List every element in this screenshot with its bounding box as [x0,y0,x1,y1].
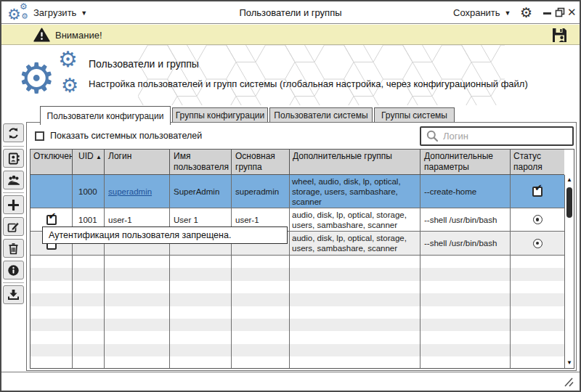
search-input[interactable] [443,131,572,142]
address-book-icon [8,152,20,165]
edit-user-button[interactable] [3,217,24,236]
save-label: Сохранить [453,7,500,18]
tab-config-users[interactable]: Пользователи конфигурации [40,106,171,125]
scroll-up-button[interactable]: ▲ [565,175,574,185]
chevron-down-icon: ▼ [505,9,511,17]
password-status-checkbox-checked[interactable]: ✔ [532,187,543,197]
title-bar: ⚙ ⚙ ⚙ Загрузить ▼ Пользователи и группы … [1,1,580,24]
show-system-users-checkbox[interactable] [35,131,44,141]
extra-groups-cell: wheel, audio, disk, lp, optical, storage… [290,175,420,208]
uid-cell: 1000 [73,175,105,208]
info-icon [7,264,20,277]
search-icon [426,130,439,142]
maximize-button[interactable] [555,7,565,17]
column-header-extra-groups[interactable]: Дополнительные группы [290,150,420,174]
minimize-button[interactable] [543,12,551,15]
close-button[interactable]: ✕ [567,6,577,19]
table-header-row: Отключен UID ▲ Логин Имя пользователя Ос… [31,150,564,175]
login-cell: superadmin [105,175,170,208]
user-groups-icon [7,174,20,186]
add-user-button[interactable] [3,195,24,214]
toolbar-separator [3,192,24,193]
username-cell: SuperAdmin [170,175,232,208]
table-row-superadmin[interactable]: 1000 superadmin SuperAdmin superadmin wh… [31,175,564,208]
extra-groups-cell: audio, disk, lp, optical, storage, users… [290,208,420,231]
extra-params-cell: --shell /usr/bin/bash [420,232,511,255]
column-header-password-status[interactable]: Статус пароля [511,150,564,174]
warning-bar: Внимание! [1,25,580,45]
save-menu-button[interactable]: Сохранить ▼ [453,1,511,24]
warning-text: Внимание! [55,30,102,41]
warning-triangle-icon [33,28,50,45]
toolbar-separator [3,282,24,283]
refresh-button[interactable] [3,123,24,142]
column-header-login[interactable]: Логин [105,150,170,174]
tooltip: Аутентификация пользователя запрещена. [42,226,288,244]
table-empty-rows [31,256,564,368]
column-header-extra-params[interactable]: Дополнительные параметры [420,150,511,174]
status-bar [1,372,580,391]
extra-params-cell: --create-home [420,175,511,208]
scroll-down-button[interactable]: ▼ [565,358,574,368]
floppy-save-icon [551,27,568,44]
address-book-button[interactable] [3,149,24,168]
login-link[interactable]: superadmin [108,187,152,197]
disabled-checkbox-checked[interactable]: ✔ [46,215,57,225]
vertical-scrollbar[interactable]: ▲ ▼ [564,175,574,368]
password-status-cell [511,208,564,231]
save-users-button[interactable] [551,27,568,46]
tab-system-users[interactable]: Пользователи системы [269,107,373,123]
check-icon: ✔ [535,183,543,193]
scrollbar-thumb[interactable] [566,187,572,218]
refresh-icon [7,127,20,139]
trash-icon [8,242,19,255]
primary-group-cell: superadmin [232,175,290,208]
gears-logo-icon: ⚙ ⚙ ⚙ [17,49,87,102]
page-title: Пользователи и группы [89,58,199,70]
show-system-users-label: Показать системных пользователей [50,131,202,141]
delete-user-button[interactable] [3,239,24,258]
resize-grip[interactable] [562,376,575,388]
password-status-radio-icon [533,215,543,224]
tab-config-groups[interactable]: Группы конфигурации [172,107,268,123]
extra-groups-cell: audio, disk, lp, optical, storage, users… [290,232,420,255]
honeycomb-pattern [138,45,505,105]
plus-icon [8,200,19,211]
password-status-cell [511,232,564,255]
column-header-primary-group[interactable]: Основная группа [232,150,290,174]
users-table: Отключен UID ▲ Логин Имя пользователя Ос… [30,149,574,369]
import-users-button[interactable] [3,285,24,304]
login-search-box [420,126,574,146]
check-icon: ✔ [49,211,57,221]
disabled-cell [31,175,73,208]
column-header-disabled[interactable]: Отключен [31,150,73,174]
import-download-icon [7,289,20,301]
password-status-cell: ✔ [511,175,564,208]
page-subtitle: Настройка пользователей и групп системы … [89,78,528,89]
password-status-radio-icon [533,239,543,248]
sort-asc-icon: ▲ [96,154,102,160]
column-header-uid[interactable]: UID ▲ [73,150,105,174]
column-header-username[interactable]: Имя пользователя [170,150,232,174]
info-button[interactable] [3,261,24,279]
app-window: ⚙ ⚙ ⚙ Загрузить ▼ Пользователи и группы … [0,0,581,392]
maximize-icon [555,7,565,17]
toolbar-separator [3,146,24,147]
edit-pencil-icon [7,221,20,233]
settings-gear-icon[interactable]: ⚙ [520,4,532,20]
page-header: ⚙ ⚙ ⚙ Пользователи и группы Настройка по… [1,45,580,105]
user-groups-button[interactable] [3,171,24,189]
extra-params-cell: --shell /usr/bin/bash [420,208,511,231]
tab-system-groups[interactable]: Группы системы [374,107,455,123]
